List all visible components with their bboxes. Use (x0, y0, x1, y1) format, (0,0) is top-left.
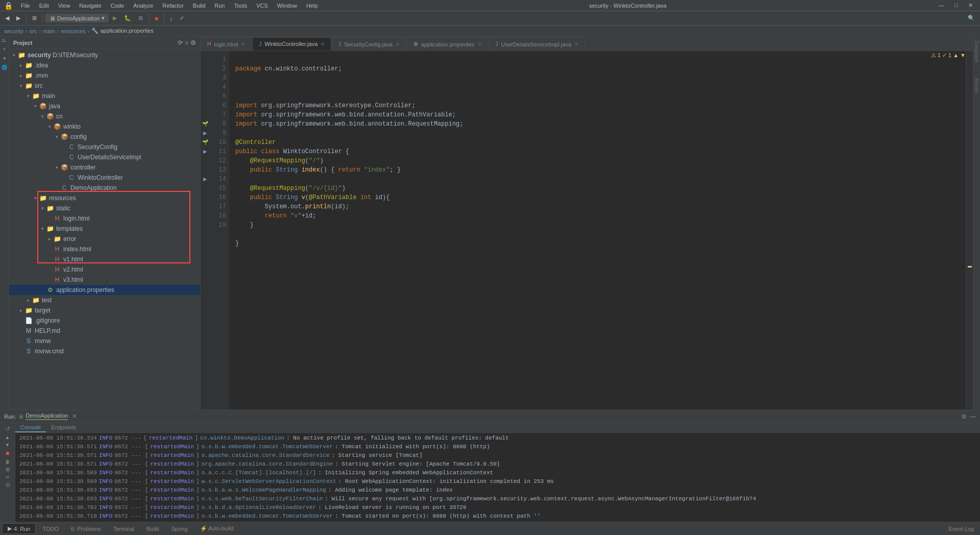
tree-item-resources[interactable]: ▾ 📁 resources (9, 193, 200, 203)
menu-vcs[interactable]: VCS (254, 2, 270, 10)
code-editor[interactable]: ⚠ 1 ✓ 1 ▲ ▼ 🌱 ▶ 🌱 ▶ ▶ (201, 51, 973, 409)
tree-item-userdetails[interactable]: C UserDetailsServiceImpl (9, 152, 200, 162)
menu-build[interactable]: Build (191, 2, 207, 10)
code-content[interactable]: package cn.winkto.controller; import org… (229, 51, 973, 409)
web-icon[interactable]: 🌐 (2, 65, 7, 70)
event-log-button[interactable]: Event Log (944, 524, 978, 533)
tree-item-appprops[interactable]: ⚙ application.properties (9, 285, 200, 295)
tab-securityconfig[interactable]: J SecurityConfig.java ✕ (332, 37, 406, 51)
menu-tools[interactable]: Tools (232, 2, 249, 10)
menu-file[interactable]: File (19, 2, 32, 10)
tree-item-gitignore[interactable]: 📄 .gitignore (9, 315, 200, 326)
tab-endpoints[interactable]: Endpoints (46, 423, 81, 432)
tree-item-v2html[interactable]: H v2.html (9, 264, 200, 275)
tree-item-main[interactable]: ▾ 📁 main (9, 91, 200, 101)
tree-item-mvnw[interactable]: S mvnw (9, 336, 200, 346)
tree-item-static[interactable]: ▾ 📁 static (9, 203, 200, 213)
menu-analyze[interactable]: Analyze (131, 2, 155, 10)
project-icon[interactable]: P (2, 39, 7, 42)
run-with-coverage[interactable]: ⊙ (135, 13, 146, 23)
stop-button[interactable]: ■ (152, 14, 161, 23)
scroll-down-button[interactable]: ▼ (5, 442, 10, 448)
tab-userdetails[interactable]: J UserDetailsServiceImpl.java ✕ (489, 37, 585, 51)
restart-button[interactable]: ↺ (5, 425, 10, 432)
back-button[interactable]: ◀ (2, 13, 12, 23)
search-everywhere[interactable]: 🔍 (965, 13, 978, 23)
close-button[interactable]: ✕ (965, 1, 976, 10)
git-update[interactable]: ↓ (167, 14, 176, 23)
fold-button[interactable]: ⊟ (6, 482, 10, 488)
filter-button[interactable]: ⊞ (6, 467, 10, 472)
run-config-selector[interactable]: 🖥 DemoApplication ▾ (45, 14, 109, 22)
tree-item-v1html[interactable]: H v1.html (9, 254, 200, 264)
gutter-14[interactable]: ▶ (201, 175, 210, 184)
tab-appprops[interactable]: ⚙ application.properties ✕ (407, 37, 488, 51)
btab-build[interactable]: Build (141, 524, 164, 534)
breadcrumb-security[interactable]: security (4, 28, 23, 34)
tab-console[interactable]: Console (15, 423, 46, 432)
btab-terminal[interactable]: Terminal (108, 524, 140, 534)
menu-window[interactable]: Window (275, 2, 299, 10)
gutter-10[interactable]: 🌱 (201, 138, 210, 147)
menu-refactor[interactable]: Refactor (160, 2, 186, 10)
database-icon[interactable]: Database (973, 39, 980, 65)
menu-code[interactable]: Code (109, 2, 126, 10)
hide-icon[interactable]: — (970, 413, 976, 420)
tree-item-indexhtml[interactable]: H index.html (9, 244, 200, 254)
tree-item-demoapplication[interactable]: C DemoApplication (9, 183, 200, 193)
tree-item-src[interactable]: ▾ 📁 src (9, 81, 200, 91)
tree-item-v3html[interactable]: H v3.html (9, 275, 200, 285)
tab-close-button[interactable]: ✕ (574, 41, 578, 47)
tree-item-securityconfig[interactable]: C SecurityConfig (9, 142, 200, 152)
tree-item-mvn[interactable]: ▸ 📁 .mvn (9, 70, 200, 81)
favorites-icon[interactable]: ★ (3, 56, 7, 61)
settings-icon[interactable]: ⚙ (961, 413, 967, 420)
menu-run[interactable]: Run (212, 2, 227, 10)
tree-item-config[interactable]: ▾ 📦 config (9, 132, 200, 142)
clear-button[interactable]: 🗑 (5, 459, 10, 465)
tree-item-winktocontroller[interactable]: C WinktoController (9, 173, 200, 183)
debug-button[interactable]: 🐛 (121, 13, 134, 23)
scroll-up-button[interactable]: ▲ (5, 434, 10, 440)
menu-edit[interactable]: Edit (37, 2, 51, 10)
minimize-button[interactable]: — (936, 1, 947, 10)
breadcrumb-file[interactable]: 🔧 application.properties (91, 28, 154, 34)
run-button[interactable]: ▶ (110, 13, 120, 23)
project-structure-button[interactable]: ⊞ (29, 13, 40, 23)
btab-spring[interactable]: Spring (166, 524, 193, 534)
tree-item-test[interactable]: ▸ 📁 test (9, 295, 200, 305)
btab-todo[interactable]: TODO (37, 524, 64, 534)
menu-help[interactable]: Help (304, 2, 320, 10)
btab-problems[interactable]: 6: Problems (65, 524, 107, 534)
structure-icon[interactable]: ≡ (3, 46, 6, 52)
tab-close-button[interactable]: ✕ (396, 41, 400, 47)
stop-run-button[interactable]: ■ (6, 450, 9, 457)
tab-winktocontroller[interactable]: J WinktoController.java ✕ (252, 37, 331, 51)
btab-run[interactable]: ▶ 4: Run (2, 523, 36, 534)
tree-item-cn[interactable]: ▾ 📦 cn (9, 111, 200, 121)
tree-item-security[interactable]: ▾ 📁 security D:\ITEM\security (9, 50, 200, 60)
tree-item-winkto[interactable]: ▾ 📦 winkto (9, 121, 200, 132)
btab-autobild[interactable]: ⚡ Auto-build (194, 523, 239, 534)
tab-close-button[interactable]: ✕ (478, 41, 482, 47)
settings-icon[interactable]: ⚙ (190, 39, 196, 46)
menu-navigate[interactable]: Navigate (77, 2, 103, 10)
breadcrumb-src[interactable]: src (30, 28, 37, 34)
tree-item-helpmd[interactable]: M HELP.md (9, 326, 200, 336)
maximize-button[interactable]: □ (951, 1, 961, 10)
git-commit[interactable]: ✓ (177, 13, 187, 23)
gutter-11[interactable]: ▶ (201, 147, 210, 156)
tab-close-button[interactable]: ✕ (321, 41, 325, 47)
maven-icon[interactable]: Maven (973, 76, 980, 95)
gutter-9[interactable]: ▶ (201, 129, 210, 138)
run-close-icon[interactable]: ✕ (72, 413, 77, 420)
tree-item-templates[interactable]: ▾ 📁 templates (9, 224, 200, 234)
tree-item-error[interactable]: ▸ 📁 error (9, 234, 200, 244)
run-app-tab[interactable]: 🖥 DemoApplication (18, 412, 68, 420)
collapse-icon[interactable]: ≡ (185, 39, 188, 46)
sync-icon[interactable]: ⟳ (178, 39, 183, 46)
gutter-8[interactable]: 🌱 (201, 119, 210, 129)
tree-item-mvnwcmd[interactable]: S mvnw.cmd (9, 346, 200, 356)
breadcrumb-main[interactable]: main (43, 28, 55, 34)
forward-button[interactable]: ▶ (13, 13, 23, 23)
